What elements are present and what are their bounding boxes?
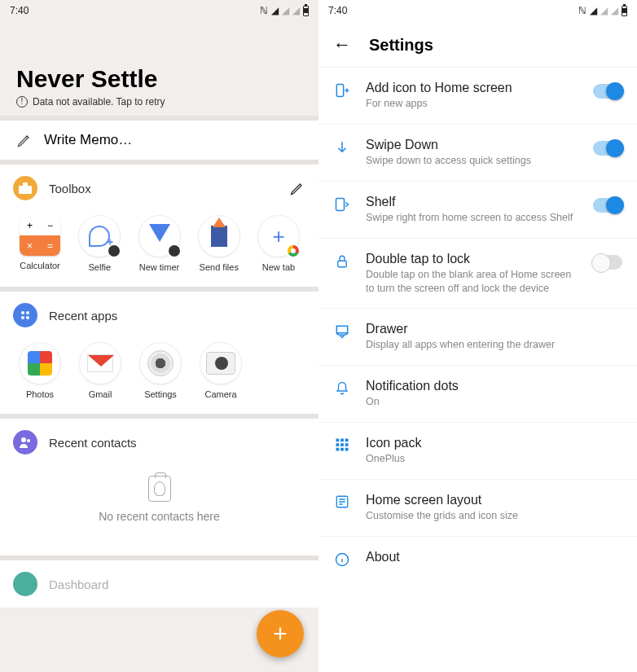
grid-icon [333, 437, 351, 452]
drawer-icon [333, 323, 351, 340]
shelf-icon [333, 196, 351, 213]
svg-rect-11 [336, 439, 340, 442]
arrow-down-icon [333, 139, 351, 156]
contacts-icon [13, 430, 37, 455]
svg-point-7 [27, 439, 30, 442]
recent-contacts-card: Recent contacts No recent contacts here [0, 419, 318, 556]
dashboard-card[interactable]: Dashboard [0, 560, 318, 608]
nfc-icon: ℕ [578, 5, 586, 16]
svg-rect-17 [336, 448, 340, 451]
setting-title: Swipe Down [366, 138, 578, 152]
svg-point-2 [21, 311, 24, 314]
toggle-switch[interactable] [593, 141, 622, 156]
svg-rect-0 [19, 186, 32, 194]
setting-title: Icon pack [366, 436, 622, 450]
setting-title: Home screen layout [366, 493, 622, 507]
svg-rect-10 [338, 261, 347, 267]
app-camera[interactable]: Camera [194, 342, 248, 399]
setting-subtitle: Display all apps when entering the drawe… [366, 338, 622, 352]
setting-subtitle: For new apps [366, 97, 578, 111]
settings-topbar: ← Settings [318, 21, 637, 67]
svg-point-5 [26, 316, 29, 319]
battery-icon [622, 6, 627, 16]
status-icons: ℕ ◢ ◢ ◢ [578, 5, 627, 16]
toggle-switch[interactable] [593, 84, 622, 99]
alert-icon: ! [16, 96, 28, 108]
setting-title: Drawer [366, 322, 622, 336]
camera-icon [200, 342, 242, 384]
wifi-icon: ◢ [590, 5, 597, 16]
svg-rect-8 [336, 85, 343, 97]
contact-placeholder-icon [148, 476, 171, 502]
setting-title: Notification dots [366, 379, 622, 393]
app-calculator[interactable]: +−×= Calculator [13, 215, 67, 272]
setting-row[interactable]: Add icon to Home screen For new apps [318, 68, 637, 125]
app-new-timer[interactable]: New timer [133, 215, 187, 272]
setting-row[interactable]: Drawer Display all apps when entering th… [318, 309, 637, 366]
photos-icon [19, 342, 61, 384]
hero: Never Settle ! Data not available. Tap t… [0, 21, 318, 116]
back-button[interactable]: ← [333, 34, 351, 55]
setting-row[interactable]: Notification dots On [318, 366, 637, 423]
setting-row[interactable]: Double tap to lock Double tap on the bla… [318, 239, 637, 310]
app-new-tab[interactable]: + New tab [252, 215, 305, 272]
setting-row[interactable]: About [318, 537, 637, 581]
recent-apps-title: Recent apps [49, 309, 117, 323]
status-bar: 7:40 ℕ ◢ ◢ ◢ [0, 0, 318, 21]
settings-title: Settings [369, 36, 433, 55]
recent-contacts-title: Recent contacts [49, 436, 137, 450]
plus-icon: + [273, 620, 288, 648]
svg-rect-14 [336, 443, 340, 446]
svg-rect-19 [345, 448, 349, 451]
setting-row[interactable]: Shelf Swipe right from home screen to ac… [318, 182, 637, 239]
edit-toolbox-button[interactable] [289, 180, 305, 196]
app-photos[interactable]: Photos [13, 342, 67, 399]
fab-add-button[interactable]: + [257, 610, 304, 657]
signal-icon: ◢ [611, 5, 618, 16]
setting-row[interactable]: Swipe Down Swipe down to access quick se… [318, 125, 637, 182]
hero-title: Never Settle [16, 65, 302, 93]
signal-icon: ◢ [292, 5, 300, 16]
recent-apps-card: Recent apps Photos Gmail Settings [0, 292, 318, 414]
toolbox-icon [13, 176, 37, 200]
app-settings[interactable]: Settings [134, 342, 187, 399]
add-home-icon [333, 82, 351, 99]
toggle-switch[interactable] [593, 198, 622, 213]
dashboard-icon [13, 572, 37, 596]
svg-rect-13 [345, 439, 349, 442]
timer-icon [138, 215, 181, 257]
contacts-empty: No recent contacts here [13, 455, 305, 556]
layout-icon [333, 494, 351, 509]
battery-icon [303, 6, 309, 16]
svg-rect-12 [340, 439, 344, 442]
setting-row[interactable]: Home screen layout Customise the grids a… [318, 480, 637, 537]
settings-list: Add icon to Home screen For new apps Swi… [318, 68, 637, 581]
recent-apps-icon [13, 303, 37, 327]
app-send-files[interactable]: Send files [192, 215, 246, 272]
app-selfie[interactable]: Selfie [72, 215, 126, 272]
setting-subtitle: Swipe down to access quick settings [366, 154, 578, 168]
signal-icon: ◢ [282, 5, 289, 16]
toggle-switch[interactable] [593, 255, 622, 270]
status-time: 7:40 [10, 5, 29, 16]
setting-title: Add icon to Home screen [366, 81, 578, 95]
settings-icon [139, 342, 182, 384]
write-memo-button[interactable]: Write Memo… [0, 121, 318, 160]
status-icons: ℕ ◢ ◢ ◢ [260, 5, 309, 16]
app-gmail[interactable]: Gmail [73, 342, 127, 399]
toolbox-card: Toolbox +−×= Calculator Selfie New timer [0, 165, 318, 287]
info-icon [333, 551, 351, 568]
svg-point-4 [21, 316, 24, 319]
wifi-icon: ◢ [271, 5, 279, 16]
setting-row[interactable]: Icon pack OnePlus [318, 423, 637, 480]
memo-label: Write Memo… [44, 132, 132, 148]
new-tab-icon: + [257, 215, 300, 257]
setting-subtitle: OnePlus [366, 452, 622, 466]
selfie-icon [78, 215, 121, 257]
toolbox-title: Toolbox [49, 182, 91, 195]
setting-title: About [366, 550, 622, 564]
svg-rect-15 [340, 443, 344, 446]
settings-screen: 7:40 ℕ ◢ ◢ ◢ ← Settings Add icon to Home… [318, 0, 637, 672]
lock-icon [333, 253, 351, 270]
retry-button[interactable]: ! Data not available. Tap to retry [16, 96, 302, 108]
